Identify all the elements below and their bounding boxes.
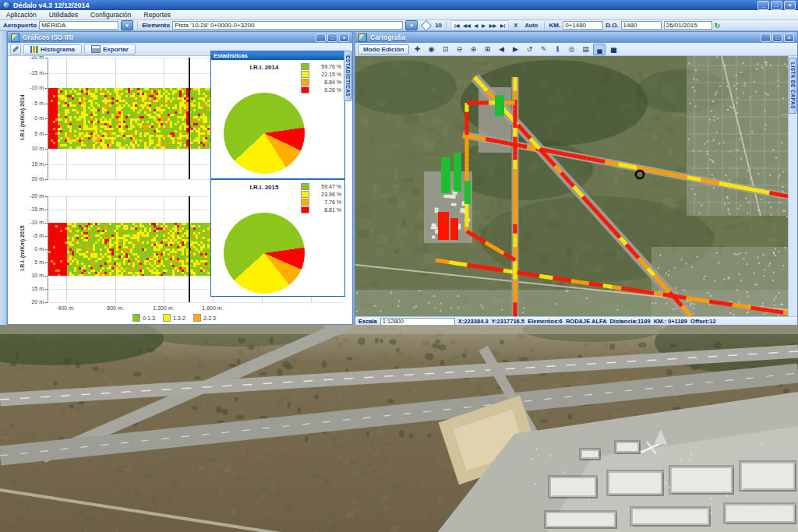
escala-input[interactable] — [380, 318, 455, 326]
pie-legend-value: 59.47 % — [312, 184, 341, 189]
statistics-side-tab[interactable]: ESTADÍSTICAS — [344, 51, 352, 101]
workspace: Gráficos ISO IRI _ □ × Histograma Export… — [0, 31, 798, 325]
pie-legend-row: 9.26 % — [301, 86, 341, 93]
collapsed-panel-strip[interactable] — [0, 31, 7, 325]
application-window: Dédalo v4.3 12/12/2014 _ □ × AplicaciónU… — [0, 0, 798, 532]
nav-button-2[interactable]: ◀ — [473, 23, 480, 28]
nav-button-0[interactable]: |◀ — [453, 23, 461, 28]
toolbar-separator — [544, 21, 545, 30]
y-tick-label: 15 m. — [22, 286, 45, 291]
cartography-panel: Cartografía _ □ × Modo Edición ✚◉⊡⊖⊕⊞◀▶↺… — [355, 31, 798, 325]
refresh-icon[interactable]: ↻ — [715, 22, 721, 30]
zoom-extent-icon[interactable]: ⊞ — [481, 44, 493, 55]
panel-minimize-button[interactable]: _ — [761, 33, 771, 42]
date-input[interactable] — [664, 21, 712, 30]
panel-close-button[interactable]: × — [339, 33, 349, 42]
x-tick-label: 1.600 m. — [197, 305, 228, 311]
legend-swatch — [301, 199, 309, 206]
page-icon[interactable]: ▤ — [579, 44, 591, 55]
next-view-icon[interactable]: ▶ — [509, 44, 521, 55]
layers-side-tab[interactable]: LISTA DE CAPAS — [789, 58, 797, 114]
minimize-button[interactable]: _ — [757, 1, 769, 10]
vehicle-icon[interactable]: ▄ — [593, 44, 606, 55]
globe-icon[interactable]: ◉ — [425, 44, 437, 55]
panel-minimize-button[interactable]: _ — [316, 33, 326, 42]
maximize-button[interactable]: □ — [771, 1, 782, 10]
navigation-group: |◀◀◀◀▶▶▶▶| — [450, 20, 509, 30]
edit-mode-button[interactable]: Modo Edición — [358, 44, 409, 55]
wrench-icon — [12, 46, 19, 52]
y-tick-label: -5 m. — [22, 100, 45, 106]
nav-button-3[interactable]: ▶ — [480, 23, 487, 28]
auto-button[interactable]: Auto — [522, 22, 540, 29]
pan-icon[interactable]: ✚ — [411, 44, 423, 55]
panel-close-button[interactable]: × — [784, 33, 794, 42]
map-panel-icon — [358, 33, 367, 42]
zoom-region-icon[interactable]: ⊡ — [439, 44, 451, 55]
element-dropdown-button[interactable]: ▾ — [405, 20, 418, 30]
y-tick-label: 5 m. — [22, 131, 45, 136]
stop-button[interactable]: X — [511, 22, 520, 29]
legend-swatch — [193, 314, 201, 322]
pie-legend-row: 23.96 % — [301, 191, 341, 198]
prev-view-icon[interactable]: ◀ — [495, 44, 507, 55]
y-tick-label: -10 m. — [22, 220, 45, 225]
menu-item-configuracin[interactable]: Configuración — [84, 11, 137, 19]
pie-legend-row: 7.76 % — [301, 199, 341, 206]
chart2-ylabel: I.R.I. (m/Km) 2015 — [19, 194, 24, 303]
pie-legend-value: 8.81 % — [312, 207, 341, 213]
x-tick-label: 400 m. — [51, 305, 82, 311]
nav-button-5[interactable]: ▶| — [499, 23, 507, 28]
y-tick-label: 10 m. — [22, 146, 45, 151]
chart-legend-item: 2-2.3 — [193, 314, 216, 322]
pie-section-2014: I.R.I. 2014 59.76 %22.15 %8.84 %9.26 % — [211, 60, 344, 178]
rotate-icon[interactable]: ↺ — [523, 44, 535, 55]
charts-panel-title: Gráficos ISO IRI — [23, 33, 73, 41]
pie-section-2015: I.R.I. 2015 59.47 %23.96 %7.76 %8.81 % — [211, 178, 344, 297]
legend-swatch — [301, 191, 309, 198]
nav-button-4[interactable]: ▶▶ — [488, 23, 498, 28]
settings-button[interactable] — [10, 44, 21, 55]
airport-input[interactable] — [39, 21, 118, 30]
airport-dropdown-button[interactable]: ▾ — [121, 20, 133, 30]
truck-icon[interactable]: ▅ — [607, 44, 620, 55]
statistics-header[interactable]: Estadísticas — [211, 51, 344, 60]
pie-legend-value: 8.84 % — [312, 79, 341, 85]
crosshair-icon[interactable]: ◎ — [565, 44, 577, 55]
nav-button-1[interactable]: ◀◀ — [461, 23, 471, 28]
y-tick-label: -20 m. — [22, 56, 45, 60]
legend-label: 2-2.3 — [203, 315, 216, 321]
menu-item-utilidades[interactable]: Utilidades — [43, 11, 84, 19]
legend-swatch — [301, 206, 309, 213]
pie-legend-row: 8.84 % — [301, 79, 341, 86]
position-cursor-line[interactable] — [189, 196, 190, 302]
measure-icon[interactable]: ✎ — [537, 44, 549, 55]
close-button[interactable]: × — [784, 1, 796, 10]
element-input[interactable] — [172, 21, 403, 30]
tab-histograma[interactable]: Histograma — [23, 44, 82, 55]
pie-title: I.R.I. 2014 — [225, 64, 303, 71]
legend-swatch — [301, 71, 309, 78]
y-tick-label: 20 m. — [22, 299, 45, 305]
panel-maximize-button[interactable]: □ — [327, 33, 337, 42]
window-title: Dédalo v4.3 12/12/2014 — [13, 2, 90, 9]
escala-label: Escala — [358, 318, 377, 325]
chart-legend-item: 0-1.3 — [132, 314, 155, 322]
legend-swatch — [301, 63, 309, 70]
zoom-out-icon[interactable]: ⊖ — [453, 44, 465, 55]
window-titlebar: Dédalo v4.3 12/12/2014 _ □ × — [0, 0, 798, 10]
layers-strip: LISTA DE CAPAS — [788, 56, 797, 316]
km-input[interactable] — [563, 21, 603, 30]
zoom-in-icon[interactable]: ⊕ — [467, 44, 479, 55]
aerial-photo — [0, 325, 798, 532]
do-input[interactable] — [621, 21, 662, 30]
info-icon[interactable]: ℹ — [551, 44, 563, 55]
tab-exportar[interactable]: Exportar — [84, 44, 136, 55]
menu-item-reportes[interactable]: Reportes — [138, 11, 178, 19]
satellite-map[interactable] — [355, 56, 788, 316]
menu-item-aplicacin[interactable]: Aplicación — [0, 11, 43, 19]
position-cursor-line[interactable] — [189, 58, 190, 179]
toolbar-separator — [137, 21, 138, 30]
panel-maximize-button[interactable]: □ — [772, 33, 782, 42]
map-body: LISTA DE CAPAS — [355, 56, 797, 316]
